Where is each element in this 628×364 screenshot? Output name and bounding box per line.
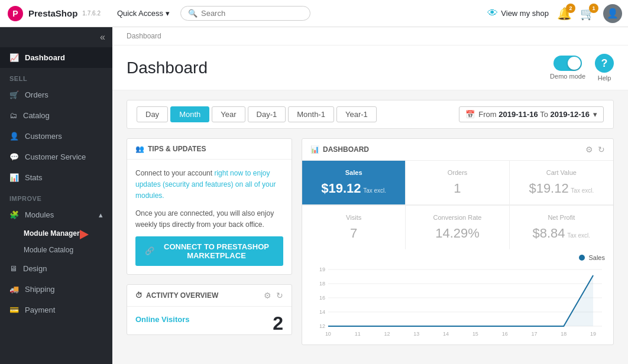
widget-settings-icon[interactable]: ⚙ [585,145,593,154]
stat-visits-value: 7 [312,226,396,241]
online-visitors-row: Online Visitors 2 [127,307,292,332]
date-range-picker[interactable]: 📅 From 2019-11-16 To 2019-12-16 ▾ [459,106,604,122]
stat-visits[interactable]: Visits 7 [302,206,406,249]
tips-card-header: 👥 TIPS & UPDATES [127,139,292,160]
tips-card: 👥 TIPS & UPDATES Connect to your account… [127,138,292,275]
sidebar-subitem-module-manager[interactable]: Module Manager [0,225,112,242]
user-icon: 👤 [607,8,619,19]
chart-icon: 📊 [310,145,319,154]
sidebar: « 📈 Dashboard SELL 🛒 Orders 🗂 Catalog 👤 … [0,27,112,364]
left-column: 👥 TIPS & UPDATES Connect to your account… [127,138,292,345]
sidebar-item-design[interactable]: 🖥 Design [0,258,112,279]
sidebar-subitem-module-catalog[interactable]: Module Catalog [0,242,112,258]
collapse-icon: « [100,32,105,43]
sidebar-item-customers[interactable]: 👤 Customers [0,126,112,147]
design-label: Design [23,264,47,273]
right-column: 📊 DASHBOARD ⚙ ↻ [302,138,614,345]
catalog-label: Catalog [23,111,50,120]
stats-grid-row2: Visits 7 Conversion Rate 14.29% Net Prof… [302,205,613,249]
period-month[interactable]: Month [170,106,209,122]
module-catalog-label: Module Catalog [24,246,73,254]
sidebar-item-dashboard[interactable]: 📈 Dashboard [0,47,112,68]
clock-icon: ⏱ [135,291,143,300]
sidebar-item-shipping[interactable]: 🚚 Shipping [0,279,112,300]
svg-text:P: P [12,9,18,18]
stat-net-profit[interactable]: Net Profit $8.84 Tax excl. [510,206,613,249]
customer-service-label: Customer Service [25,152,86,161]
page-title: Dashboard [127,58,208,77]
notification-badge: 2 [566,4,575,13]
sidebar-collapse-button[interactable]: « [0,27,112,47]
widget-refresh-icon[interactable]: ↻ [598,145,605,154]
connect-marketplace-button[interactable]: 🔗 CONNECT TO PRESTASHOP MARKETPLACE [135,236,283,266]
sidebar-item-stats[interactable]: 📊 Stats [0,167,112,188]
connect-icon: 🔗 [145,246,154,255]
stat-orders-value: 1 [415,181,499,196]
dashboard-label: Dashboard [25,53,65,62]
search-icon: 🔍 [188,9,198,18]
period-year[interactable]: Year [212,106,245,122]
stat-sales-value: $19.12 Tax excl. [312,181,396,196]
trend-icon: 📈 [9,53,19,62]
sidebar-section-improve: IMPROVE [0,188,112,204]
customers-label: Customers [25,132,62,141]
stat-sales[interactable]: Sales $19.12 Tax excl. [302,161,406,205]
stat-conversion-value: 14.29% [415,226,499,241]
customer-service-icon: 💬 [9,152,19,161]
help-icon: ? [595,54,614,73]
widget-title: 📊 DASHBOARD [310,145,369,154]
date-range-label: From 2019-11-16 To 2019-12-16 [478,110,590,119]
user-menu-button[interactable]: 👤 [603,4,622,23]
stat-orders[interactable]: Orders 1 [406,161,509,205]
main-area: « 📈 Dashboard SELL 🛒 Orders 🗂 Catalog 👤 … [0,27,628,364]
stat-profit-value: $8.84 Tax excl. [519,226,604,241]
stats-label: Stats [25,173,43,182]
cart-badge: 1 [589,4,598,13]
stat-sales-excl: Tax excl. [363,187,386,194]
eye-icon: 👁 [487,7,498,20]
calendar-icon: 📅 [465,110,475,119]
svg-text:18: 18 [561,331,567,337]
period-selector: Day Month Year Day-1 Month-1 Year-1 📅 Fr… [127,100,614,129]
stat-cart-value[interactable]: Cart Value $19.12 Tax excl. [510,161,613,205]
shipping-icon: 🚚 [9,285,19,294]
period-day-1[interactable]: Day-1 [248,106,286,122]
toggle-switch[interactable] [553,56,582,71]
svg-text:12: 12 [384,331,390,337]
search-box[interactable]: 🔍 [180,6,310,21]
cart-button[interactable]: 🛒 1 [580,6,595,21]
period-year-1[interactable]: Year-1 [336,106,377,122]
svg-text:13: 13 [413,331,419,337]
sidebar-item-modules[interactable]: 🧩 Modules ▴ [0,204,112,225]
period-month-1[interactable]: Month-1 [288,106,334,122]
quick-access-menu[interactable]: Quick Access ▾ [112,6,174,20]
stat-cart-label: Cart Value [519,169,604,176]
toggle-knob [568,57,581,70]
customers-icon: 👤 [9,132,19,141]
refresh-icon[interactable]: ↻ [276,291,283,300]
svg-text:18: 18 [319,281,325,287]
sidebar-item-customer-service[interactable]: 💬 Customer Service [0,147,112,167]
orders-icon: 🛒 [9,90,19,99]
period-day[interactable]: Day [137,106,168,122]
sidebar-item-catalog[interactable]: 🗂 Catalog [0,105,112,126]
topbar-right: 👁 View my shop 🔔 2 🛒 1 👤 [487,4,622,23]
sidebar-item-payment[interactable]: 💳 Payment [0,300,112,320]
sidebar-item-orders[interactable]: 🛒 Orders [0,84,112,105]
svg-marker-14 [328,275,593,326]
search-input[interactable] [201,9,303,18]
activity-actions: ⚙ ↻ [264,291,283,300]
demo-mode-label: Demo mode [550,73,585,80]
svg-text:11: 11 [355,331,361,337]
online-visitors-label: Online Visitors [135,315,190,324]
settings-icon[interactable]: ⚙ [264,291,271,300]
demo-mode-toggle[interactable]: Demo mode [550,56,585,80]
help-button[interactable]: ? Help [595,54,614,82]
tips-text-2: Once you are connected, you will also en… [135,208,283,230]
stat-conversion[interactable]: Conversion Rate 14.29% [406,206,509,249]
view-shop-button[interactable]: 👁 View my shop [487,7,549,20]
help-label: Help [598,74,611,82]
shipping-label: Shipping [25,285,55,294]
notifications-button[interactable]: 🔔 2 [557,6,572,21]
modules-icon: 🧩 [9,210,19,219]
